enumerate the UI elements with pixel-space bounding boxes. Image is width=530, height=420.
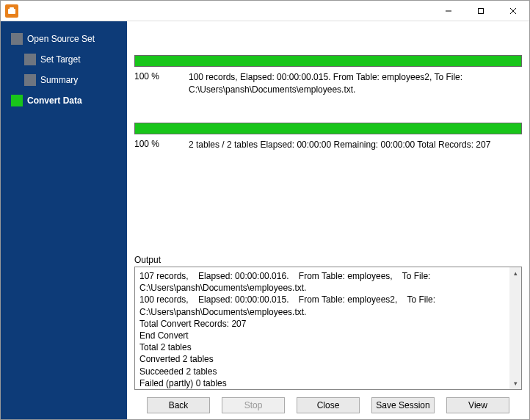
step-label: Open Source Set (27, 34, 95, 44)
svg-rect-1 (10, 7, 14, 10)
view-button[interactable]: View (446, 397, 509, 413)
wizard-sidebar: Open Source Set Set Target Summary Conve… (1, 21, 127, 419)
step-label: Set Target (40, 54, 80, 65)
progress-block-1: 100 % 100 records, Elapsed: 00:00:00.015… (134, 55, 522, 96)
step-set-target[interactable]: Set Target (1, 49, 127, 70)
titlebar-left (5, 4, 18, 18)
output-label: Output (134, 255, 522, 265)
close-button[interactable]: Close (297, 397, 360, 413)
output-text: 107 records, Elapsed: 00:00:00.016. From… (139, 270, 517, 389)
progress-area: 100 % 100 records, Elapsed: 00:00:00.015… (134, 26, 522, 151)
content: Open Source Set Set Target Summary Conve… (1, 21, 529, 419)
progress-details-1: 100 records, Elapsed: 00:00:00.015. From… (189, 71, 522, 96)
spacer (134, 151, 522, 249)
main-panel: 100 % 100 records, Elapsed: 00:00:00.015… (127, 21, 529, 419)
svg-rect-3 (479, 8, 484, 13)
progress-percent-2: 100 % (134, 139, 178, 149)
progress-info-2: 100 % 2 tables / 2 tables Elapsed: 00:00… (134, 139, 522, 151)
step-summary[interactable]: Summary (1, 70, 127, 90)
progress-bar-1 (134, 55, 522, 67)
app-icon (5, 4, 18, 18)
progress-block-2: 100 % 2 tables / 2 tables Elapsed: 00:00… (134, 123, 522, 151)
button-row: Back Stop Close Save Session View (134, 397, 522, 413)
maximize-button[interactable] (465, 1, 497, 21)
stop-button[interactable]: Stop (222, 397, 285, 413)
progress-info-1: 100 % 100 records, Elapsed: 00:00:00.015… (134, 71, 522, 96)
close-window-button[interactable] (497, 1, 529, 21)
progress-bar-2 (134, 123, 522, 134)
step-label: Summary (40, 75, 78, 85)
scroll-up-icon[interactable]: ▴ (509, 267, 521, 279)
minimize-button[interactable] (432, 1, 465, 21)
progress-percent-1: 100 % (134, 71, 178, 82)
output-scrollbar[interactable]: ▴ ▾ (509, 267, 521, 389)
save-session-button[interactable]: Save Session (371, 397, 435, 413)
step-convert-data[interactable]: Convert Data (1, 90, 127, 111)
back-button[interactable]: Back (147, 397, 210, 413)
step-box-icon (11, 33, 23, 45)
step-box-icon (11, 95, 23, 106)
svg-rect-0 (8, 9, 15, 14)
step-open-source-set[interactable]: Open Source Set (1, 29, 127, 49)
progress-details-2: 2 tables / 2 tables Elapsed: 00:00:00 Re… (189, 139, 522, 151)
titlebar (1, 1, 529, 21)
scroll-down-icon[interactable]: ▾ (509, 377, 521, 389)
step-box-icon (24, 74, 36, 86)
step-box-icon (24, 54, 36, 65)
output-textarea[interactable]: 107 records, Elapsed: 00:00:00.016. From… (134, 267, 522, 390)
window-controls (432, 1, 529, 21)
step-label: Convert Data (27, 95, 82, 106)
